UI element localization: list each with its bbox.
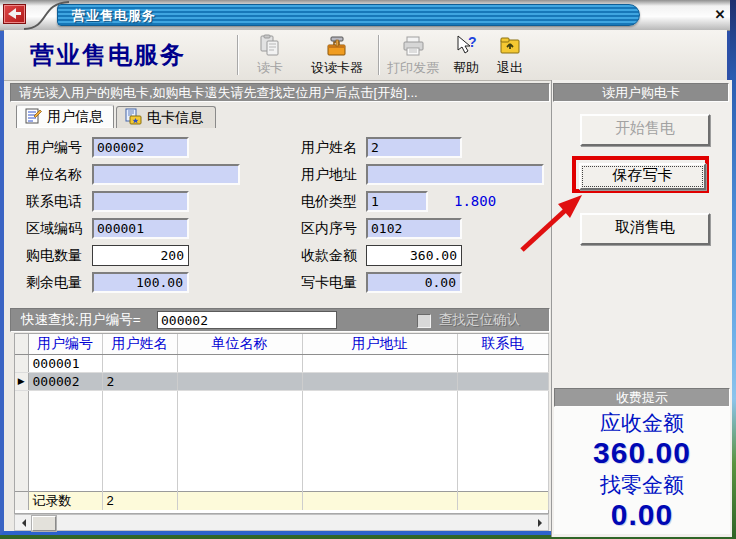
user-address-label: 用户地址: [301, 164, 357, 185]
unit-name-field[interactable]: [92, 164, 240, 185]
find-confirm-checkbox[interactable]: [417, 314, 431, 328]
scrollbar-thumb[interactable]: [32, 516, 56, 531]
purchase-qty-label: 购电数量: [26, 245, 82, 266]
save-write-card-button[interactable]: 保存写卡: [579, 163, 706, 190]
area-code-field[interactable]: [92, 218, 189, 239]
help-button[interactable]: ? 帮助: [446, 33, 486, 77]
col-user-name[interactable]: 用户姓名: [102, 334, 177, 354]
print-invoice-button: 打印发票: [382, 33, 444, 77]
title-bar: 营业售电服务 ✕: [0, 0, 730, 31]
receivable-value: 360.00: [593, 436, 691, 469]
table-row[interactable]: 000001: [15, 354, 548, 372]
card-write-power-label: 写卡电量: [301, 272, 357, 293]
amount-received-field[interactable]: [366, 245, 462, 266]
page-title: 营业售电服务: [30, 39, 186, 71]
col-unit-name[interactable]: 单位名称: [177, 334, 302, 354]
logo-glyph: [5, 6, 24, 22]
start-sale-button: 开始售电: [580, 114, 710, 146]
toolbar-separator: [237, 35, 239, 75]
record-count-label: 记录数: [28, 491, 102, 510]
card-write-power-field[interactable]: [366, 272, 462, 293]
col-user-address[interactable]: 用户地址: [302, 334, 457, 354]
table-empty-area: [15, 390, 548, 491]
table-hscrollbar[interactable]: [14, 514, 549, 531]
change-label: 找零金额: [600, 471, 684, 498]
cancel-sale-button[interactable]: 取消售电: [580, 213, 710, 245]
exit-button[interactable]: 退出: [490, 33, 530, 77]
amount-received-label: 收款金额: [301, 245, 357, 266]
phone-label: 联系电话: [26, 191, 82, 212]
fee-header: 收费提示: [554, 388, 730, 407]
read-card-label: 读卡: [257, 59, 283, 77]
purchase-qty-field[interactable]: [92, 245, 189, 266]
remaining-power-field[interactable]: [92, 272, 189, 293]
user-id-label: 用户编号: [26, 137, 82, 158]
toolbar: 营业售电服务 读卡: [4, 30, 727, 81]
toolbar-separator: [378, 35, 380, 75]
set-reader-button[interactable]: 设读卡器: [300, 33, 374, 77]
quick-find-bar: 快速查找:用户编号= 查找定位确认: [10, 308, 550, 332]
change-value: 0.00: [611, 498, 673, 531]
user-info-icon: [25, 107, 42, 127]
fee-box: 应收金额 360.00 找零金额 0.00: [554, 407, 730, 534]
user-name-field[interactable]: [366, 137, 462, 158]
price-type-label: 电价类型: [301, 191, 357, 212]
card-info-icon: [125, 108, 142, 128]
scroll-right-icon[interactable]: [532, 516, 547, 529]
quick-find-label: 快速查找:用户编号=: [21, 312, 141, 327]
exit-label: 退出: [497, 59, 523, 77]
tab-user-info-label: 用户信息: [47, 108, 103, 126]
close-icon[interactable]: ✕: [710, 6, 730, 24]
row-selector-header: [15, 334, 28, 354]
right-panel-header: 读用户购电卡: [553, 83, 729, 102]
selected-row-marker: ▶: [15, 372, 28, 390]
table-row-selected[interactable]: ▶ 000002 2: [15, 372, 548, 390]
read-card-button: 读卡: [244, 33, 296, 77]
user-id-field[interactable]: [92, 137, 189, 158]
area-code-label: 区域编码: [26, 218, 82, 239]
card-reader-icon: [258, 33, 282, 59]
printer-icon: [401, 33, 426, 59]
app-logo-icon: [3, 4, 26, 24]
set-reader-label: 设读卡器: [311, 59, 363, 77]
help-label: 帮助: [453, 59, 479, 77]
table-footer-row: 记录数 2: [15, 491, 548, 510]
area-serial-label: 区内序号: [301, 218, 357, 239]
remaining-power-label: 剩余电量: [26, 272, 82, 293]
table-header-row: 用户编号 用户姓名 单位名称 用户地址 联系电: [15, 334, 548, 354]
phone-field[interactable]: [92, 191, 189, 212]
unit-name-label: 单位名称: [26, 164, 82, 185]
scroll-left-icon[interactable]: [16, 516, 31, 529]
right-panel: 开始售电 保存写卡 取消售电 收费提示 应收金额 360.00 找零金额 0.0…: [551, 80, 732, 537]
area-serial-field[interactable]: [366, 218, 462, 239]
toolbox-icon: [324, 33, 350, 59]
user-name-label: 用户姓名: [301, 137, 357, 158]
record-count-value: 2: [102, 491, 177, 510]
exit-icon: [498, 33, 522, 59]
receivable-label: 应收金额: [600, 409, 684, 436]
help-icon: ?: [454, 33, 479, 59]
quick-find-input[interactable]: [157, 311, 337, 329]
col-user-id[interactable]: 用户编号: [28, 334, 102, 354]
user-address-field[interactable]: [366, 164, 544, 185]
print-invoice-label: 打印发票: [387, 59, 439, 77]
tab-card-info[interactable]: 电卡信息: [116, 106, 216, 128]
col-phone[interactable]: 联系电: [457, 334, 548, 354]
price-type-field[interactable]: [366, 191, 428, 212]
app-window: 营业售电服务 ✕ 营业售电服务 读卡: [0, 0, 730, 535]
tab-user-info[interactable]: 用户信息: [16, 104, 114, 128]
instruction-bar: 请先读入用户的购电卡,如购电卡遗失请先查找定位用户后点击[开始]...: [10, 83, 550, 102]
find-confirm-label: 查找定位确认: [439, 309, 520, 331]
tab-card-info-label: 电卡信息: [147, 109, 203, 127]
user-table: 用户编号 用户姓名 单位名称 用户地址 联系电 000001 ▶ 000002 …: [14, 333, 549, 514]
window-title: 营业售电服务: [57, 4, 640, 26]
price-rate-text: 1.800: [454, 191, 496, 212]
svg-text:?: ?: [468, 34, 477, 50]
